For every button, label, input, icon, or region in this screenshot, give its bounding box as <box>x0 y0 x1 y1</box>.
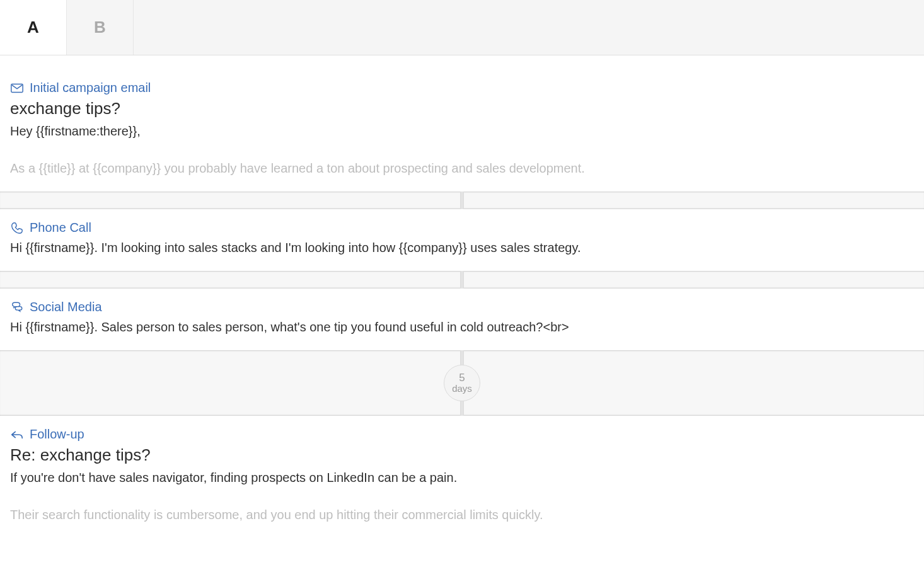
tab-label: A <box>27 18 39 37</box>
step-header: Initial campaign email <box>10 81 914 95</box>
step-type-label: Social Media <box>30 300 102 314</box>
sequence-delay-divider: 5 days <box>0 350 924 416</box>
tab-b[interactable]: B <box>67 0 134 55</box>
sequence-content: Initial campaign email exchange tips? He… <box>0 55 924 538</box>
mail-icon <box>10 81 24 95</box>
email-body-muted: As a {{title}} at {{company}} you probab… <box>10 159 914 178</box>
call-script: Hi {{firstname}}. I'm looking into sales… <box>10 239 914 257</box>
email-subject: Re: exchange tips? <box>10 445 914 465</box>
email-body-muted: Their search functionality is cumbersome… <box>10 506 914 524</box>
step-type-label: Initial campaign email <box>30 81 151 95</box>
tab-a[interactable]: A <box>0 0 67 55</box>
step-header: Phone Call <box>10 220 914 235</box>
social-message: Hi {{firstname}}. Sales person to sales … <box>10 318 914 336</box>
step-initial-email[interactable]: Initial campaign email exchange tips? He… <box>0 55 924 192</box>
step-follow-up[interactable]: Follow-up Re: exchange tips? If you're d… <box>0 416 924 538</box>
tab-label: B <box>94 18 106 37</box>
reply-icon <box>10 428 24 442</box>
step-social-media[interactable]: Social Media Hi {{firstname}}. Sales per… <box>0 289 924 350</box>
step-header: Social Media <box>10 300 914 314</box>
sequence-divider <box>0 271 924 289</box>
delay-unit: days <box>452 384 472 394</box>
email-body-line: If you're don't have sales navigator, fi… <box>10 469 914 487</box>
step-header: Follow-up <box>10 427 914 442</box>
step-type-label: Follow-up <box>30 427 84 442</box>
delay-badge[interactable]: 5 days <box>444 365 480 401</box>
variant-tabs: A B <box>0 0 924 55</box>
sequence-divider <box>0 192 924 209</box>
phone-icon <box>10 221 24 235</box>
email-body-line: Hey {{firstname:there}}, <box>10 122 914 140</box>
email-subject: exchange tips? <box>10 99 914 118</box>
delay-number: 5 <box>459 372 465 384</box>
step-type-label: Phone Call <box>30 220 91 235</box>
chat-icon <box>10 300 24 314</box>
step-phone-call[interactable]: Phone Call Hi {{firstname}}. I'm looking… <box>0 209 924 271</box>
